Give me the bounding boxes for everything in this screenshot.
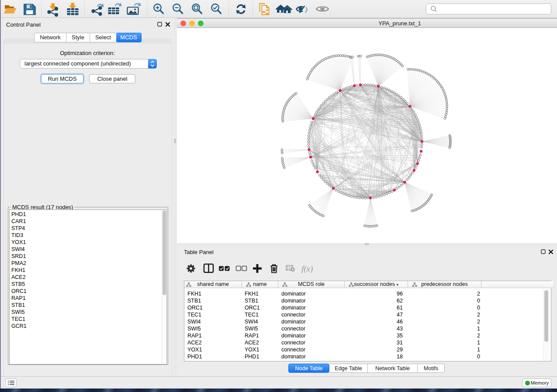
svg-text:f(x): f(x) <box>301 264 313 274</box>
